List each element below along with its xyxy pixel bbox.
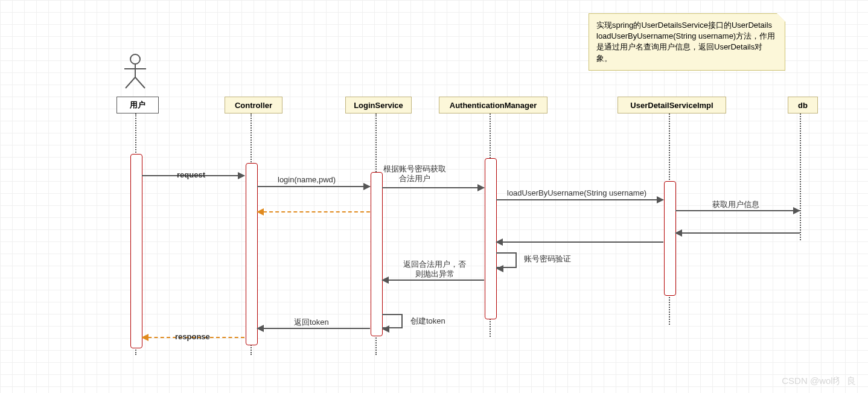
note-text: 实现spring的UserDetailsService接口的UserDetail… — [596, 21, 775, 63]
msg-loaduser-label: loadUserByUsername(String username) — [507, 188, 646, 197]
activation-userdetailsvc — [664, 181, 676, 296]
msg-return-token-label: 返回token — [294, 317, 329, 328]
msg-self-authcheck-head — [496, 265, 503, 272]
activation-loginservice — [371, 172, 383, 336]
lifeline-db-header: db — [788, 97, 818, 113]
msg-getvaliduser-label: 根据账号密码获取合法用户 — [381, 164, 448, 183]
svg-line-4 — [135, 77, 145, 88]
watermark: CSDN @wolf犭 良 — [782, 375, 856, 387]
sequence-diagram: 实现spring的UserDetailsService接口的UserDetail… — [0, 0, 868, 393]
lifeline-loginservice-header: LoginService — [345, 97, 412, 113]
activation-authmanager — [485, 158, 497, 319]
msg-login-label: login(name,pwd) — [278, 175, 336, 184]
msg-self-createtoken-label: 创建token — [410, 316, 445, 327]
svg-point-0 — [130, 54, 140, 64]
msg-self-createtoken-head — [382, 325, 389, 333]
msg-login — [257, 186, 370, 187]
lifeline-controller-header: Controller — [225, 97, 282, 113]
msg-return-token — [257, 328, 370, 329]
msg-return-db — [675, 232, 800, 234]
msg-return-validuser — [382, 280, 484, 281]
msg-return-validuser-label: 返回合法用户，否则抛出异常 — [401, 260, 468, 278]
msg-return-udsvc — [496, 241, 663, 243]
svg-line-3 — [126, 77, 135, 88]
note-box: 实现spring的UserDetailsService接口的UserDetail… — [589, 13, 785, 71]
activation-controller — [246, 163, 258, 345]
msg-getinfo — [675, 210, 800, 211]
msg-response-label: response — [175, 332, 210, 341]
activation-user — [130, 154, 142, 348]
msg-getvaliduser — [382, 187, 484, 188]
msg-self-authcheck-label: 账号密码验证 — [524, 254, 571, 264]
lifeline-db — [800, 113, 801, 240]
lifeline-authmanager-header: AuthenticationManager — [439, 97, 547, 113]
msg-request-label: request — [177, 170, 205, 179]
lifeline-user-header: 用户 — [116, 97, 159, 113]
msg-getinfo-label: 获取用户信息 — [712, 199, 759, 210]
lifeline-userdetailsvc-header: UserDetailServiceImpl — [617, 97, 726, 113]
actor-user-icon — [122, 53, 148, 89]
msg-dashed-1 — [257, 211, 370, 212]
msg-loaduser — [496, 199, 663, 200]
